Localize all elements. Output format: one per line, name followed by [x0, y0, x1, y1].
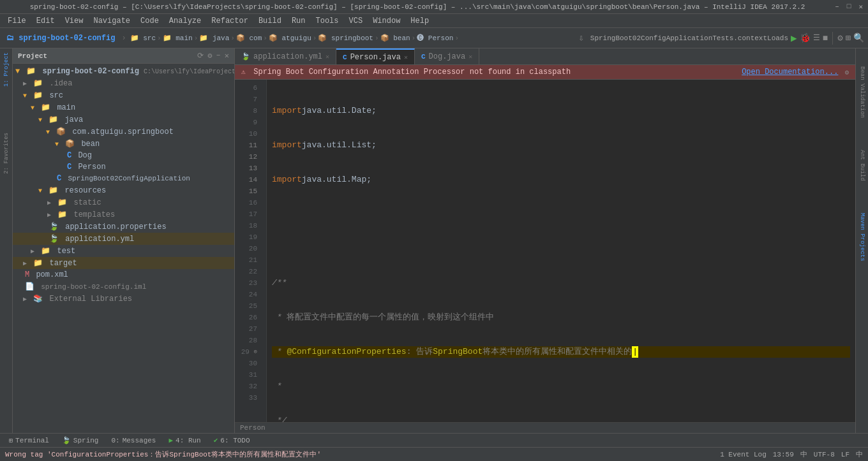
code-line-13: * @ConfigurationProperties: 告诉SpringBoot… [272, 346, 850, 358]
tree-resources[interactable]: ▼ 📁 resources [13, 184, 234, 196]
spring-tab[interactable]: 🍃 Spring [57, 435, 104, 446]
run-coverage-btn[interactable]: ☰ [813, 33, 820, 43]
breadcrumb-main[interactable]: 📁 main [163, 34, 193, 42]
tree-iml[interactable]: 📄 spring-boot-02-config.iml [13, 281, 234, 293]
stop-button[interactable]: ■ [823, 33, 828, 43]
breadcrumb-java[interactable]: 📁 java [199, 34, 229, 42]
tab-yml-close[interactable]: ✕ [326, 53, 329, 61]
tree-dog[interactable]: C Dog [13, 150, 234, 161]
breadcrumb-atguigu[interactable]: 📦 atguigu [269, 34, 311, 42]
minimize-btn[interactable]: – [835, 3, 839, 11]
project-gear-icon[interactable]: ⚙ [207, 51, 212, 61]
tree-springboot-app[interactable]: C SpringBoot02ConfigApplication [13, 173, 234, 184]
spring-label: Spring [73, 437, 99, 444]
tree-root[interactable]: ▼ 📁 spring-boot-02-config C:\Users\lfy\I… [13, 65, 234, 77]
project-close-icon[interactable]: ✕ [225, 51, 229, 61]
todo-tab[interactable]: ✔ 6: TODO [209, 435, 255, 446]
open-documentation-link[interactable]: Open Documentation... [742, 68, 838, 77]
line-num-16: 16 [235, 197, 261, 209]
maximize-btn[interactable]: □ [847, 3, 851, 11]
encoding-display[interactable]: 中 [800, 450, 807, 459]
tree-test[interactable]: ▶ 📁 test [13, 245, 234, 257]
breadcrumb-com[interactable]: 📦 com [236, 34, 262, 42]
project-hide-icon[interactable]: – [216, 51, 221, 61]
tree-ext-libs[interactable]: ▶ 📚 External Libraries [13, 293, 234, 305]
tree-package-root[interactable]: ▼ 📦 com.atguigu.springboot [13, 126, 234, 138]
tree-ext-libs-label: External Libraries [49, 295, 132, 304]
warning-settings-icon[interactable]: ⚙ [844, 68, 849, 77]
tree-app-props[interactable]: 🍃 application.properties [13, 221, 234, 233]
tree-src[interactable]: ▼ 📁 src [13, 89, 234, 101]
right-icon-ant-build[interactable]: Ant Build [858, 147, 867, 184]
tab-person-java[interactable]: C Person.java ✕ [336, 48, 415, 64]
menu-help[interactable]: Help [405, 15, 434, 27]
code-line-15: */ [272, 415, 850, 422]
code-line-9 [272, 209, 850, 220]
menu-file[interactable]: File [3, 15, 31, 27]
window-controls[interactable]: – □ ✕ [835, 3, 863, 11]
tree-idea[interactable]: ▶ 📁 .idea [13, 77, 234, 89]
tree-target[interactable]: ▶ 📁 target [13, 257, 234, 269]
menu-analyze[interactable]: Analyze [164, 15, 206, 27]
messages-tab[interactable]: 0: Messages [106, 435, 161, 446]
menu-tools[interactable]: Tools [311, 15, 344, 27]
menu-navigate[interactable]: Navigate [88, 15, 135, 27]
search-btn[interactable]: 🔍 [853, 33, 864, 43]
tree-java[interactable]: ▼ 📁 java [13, 113, 234, 126]
event-log-btn[interactable]: 1 Event Log [720, 451, 767, 458]
tree-main[interactable]: ▼ 📁 main [13, 101, 234, 113]
tree-templates[interactable]: ▶ 📁 templates [13, 209, 234, 221]
class-name-label: Person [240, 424, 266, 432]
line-num-24: 24 [235, 289, 261, 300]
breadcrumb: 📁 src › 📁 main › 📁 java › 📦 com › 📦 atgu… [130, 34, 576, 42]
tab-dog-java[interactable]: C Dog.java ✕ [415, 48, 479, 64]
menu-view[interactable]: View [60, 15, 89, 27]
layout-btn[interactable]: ⊞ [846, 33, 851, 43]
utf8-display[interactable]: UTF-8 [814, 451, 835, 458]
editor-area: 🍃 application.yml ✕ C Person.java ✕ C Do… [235, 48, 855, 433]
line-num-8: 8 [235, 105, 261, 117]
menu-run[interactable]: Run [287, 15, 311, 27]
settings-btn[interactable]: ⚙ [837, 33, 842, 43]
toolbar: 🗂 spring-boot-02-config › 📁 src › 📁 main… [0, 28, 868, 48]
vcs-update-btn[interactable]: ⇩ [578, 33, 583, 43]
run-tab[interactable]: ▶ 4: Run [163, 435, 206, 446]
breadcrumb-bean[interactable]: 📦 bean [380, 34, 410, 42]
menu-vcs[interactable]: VCS [344, 15, 368, 27]
project-panel-title: Project [18, 52, 47, 60]
sidebar-icon-favorites[interactable]: 2: Favorites [2, 129, 11, 178]
right-icon-maven[interactable]: Maven Projects [858, 210, 867, 264]
debug-button[interactable]: 🐞 [800, 33, 811, 43]
code-content[interactable]: import java.util.Date; import java.util.… [267, 80, 855, 422]
terminal-label: Terminal [15, 437, 49, 444]
tree-bean-package[interactable]: ▼ 📦 bean [13, 138, 234, 150]
line-num-11: 11 [235, 140, 261, 151]
terminal-tab[interactable]: ⊞ Terminal [4, 435, 54, 446]
breadcrumb-springboot[interactable]: 📦 springboot [318, 34, 373, 42]
windows-ime-icon: 中 [856, 450, 863, 459]
menu-edit[interactable]: Edit [31, 15, 60, 27]
tab-person-close[interactable]: ✕ [404, 54, 408, 61]
tree-static[interactable]: ▶ 📁 static [13, 196, 234, 209]
close-btn[interactable]: ✕ [858, 3, 863, 11]
menu-build[interactable]: Build [253, 15, 287, 27]
tab-application-yml[interactable]: 🍃 application.yml ✕ [235, 48, 336, 64]
run-button[interactable]: ▶ [791, 32, 797, 45]
tree-iml-label: spring-boot-02-config.iml [41, 283, 146, 291]
line-num-33: 33 [235, 392, 261, 404]
right-icon-bean-validation[interactable]: Bean Validation [858, 64, 867, 121]
tree-pom[interactable]: M pom.xml [13, 269, 234, 281]
project-sync-icon[interactable]: ⟳ [197, 51, 204, 61]
sidebar-icon-project[interactable]: 1: Project [2, 48, 11, 91]
menu-refactor[interactable]: Refactor [206, 15, 253, 27]
tree-person[interactable]: C Person [13, 161, 234, 173]
menu-window[interactable]: Window [368, 15, 405, 27]
tree-app-yml[interactable]: 🍃 application.yml [13, 233, 234, 245]
messages-label: Messages [123, 437, 156, 444]
tab-dog-close[interactable]: ✕ [468, 53, 472, 61]
breadcrumb-person[interactable]: 🅒 Person [417, 34, 453, 42]
lf-display[interactable]: LF [841, 451, 849, 458]
toolbar-project-name[interactable]: 🗂 spring-boot-02-config [4, 33, 117, 43]
menu-code[interactable]: Code [135, 15, 164, 27]
breadcrumb-src[interactable]: 📁 src [130, 34, 156, 42]
